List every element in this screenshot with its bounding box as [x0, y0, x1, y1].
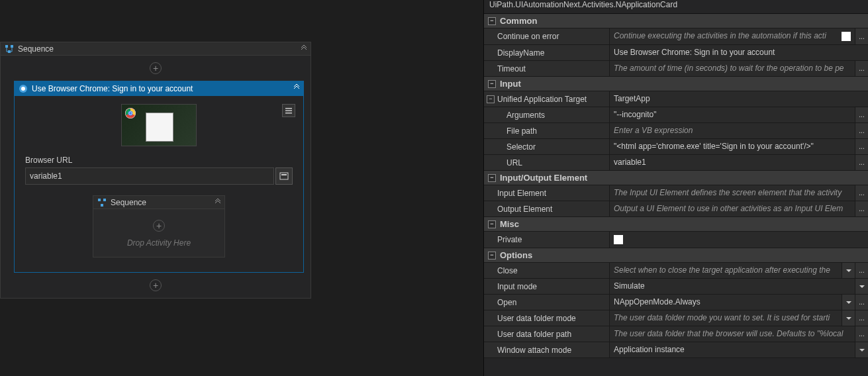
- collapse-icon[interactable]: [300, 44, 308, 54]
- svg-rect-11: [285, 111, 292, 112]
- property-value-cell[interactable]: variable1...: [610, 155, 868, 170]
- property-value-cell[interactable]: Output a UI Element to use in other acti…: [610, 201, 868, 216]
- category-toggle[interactable]: −: [488, 80, 496, 88]
- property-value-cell[interactable]: The user data folder that the browser wi…: [610, 326, 868, 342]
- property-value[interactable]: The amount of time (in seconds) to wait …: [610, 61, 855, 76]
- property-category[interactable]: −Misc: [484, 217, 868, 232]
- property-value[interactable]: "<html app='chrome.exe' title='Sign in t…: [610, 139, 855, 154]
- property-label: DisplayName: [484, 45, 610, 60]
- expression-editor-button[interactable]: [275, 167, 293, 185]
- property-value-cell[interactable]: Continue executing the activities in the…: [610, 28, 868, 44]
- browser-url-input[interactable]: [25, 167, 274, 185]
- property-value-cell[interactable]: "<html app='chrome.exe' title='Sign in t…: [610, 139, 868, 154]
- more-button[interactable]: ...: [855, 326, 868, 342]
- property-row: File pathEnter a VB expression...: [484, 123, 868, 139]
- property-value[interactable]: Continue executing the activities in the…: [610, 28, 838, 44]
- activity-body: Browser URL Sequence: [15, 96, 303, 272]
- property-label: Continue on error: [484, 28, 610, 44]
- sequence-icon: [97, 198, 107, 207]
- property-value-cell[interactable]: TargetApp: [610, 91, 868, 107]
- property-value-cell[interactable]: The user data folder mode you want to se…: [610, 310, 868, 326]
- more-button[interactable]: ...: [855, 310, 868, 326]
- sequence-title: Sequence: [18, 44, 54, 54]
- property-value[interactable]: The user data folder mode you want to se…: [610, 310, 842, 326]
- property-value-cell[interactable]: Select when to close the target applicat…: [610, 263, 868, 278]
- property-category[interactable]: −Input: [484, 77, 868, 91]
- category-toggle[interactable]: −: [488, 17, 496, 25]
- property-value-cell[interactable]: Use Browser Chrome: Sign in to your acco…: [610, 45, 868, 60]
- property-value-cell[interactable]: "--incognito"...: [610, 107, 868, 122]
- sequence-header[interactable]: Sequence: [1, 42, 311, 56]
- category-label: Common: [500, 16, 537, 26]
- property-value[interactable]: The user data folder that the browser wi…: [610, 326, 855, 342]
- property-label: URL: [484, 155, 610, 170]
- inner-sequence-title: Sequence: [111, 198, 146, 207]
- more-button[interactable]: ...: [855, 185, 868, 201]
- inner-sequence[interactable]: Sequence + Drop Activity Here: [93, 195, 225, 258]
- activity-header[interactable]: Use Browser Chrome: Sign in to your acco…: [15, 81, 303, 96]
- use-browser-activity[interactable]: Use Browser Chrome: Sign in to your acco…: [14, 81, 304, 273]
- property-value[interactable]: TargetApp: [610, 91, 868, 107]
- svg-rect-15: [98, 199, 101, 201]
- property-value[interactable]: variable1: [610, 155, 855, 170]
- svg-rect-0: [5, 45, 8, 48]
- property-value[interactable]: Use Browser Chrome: Sign in to your acco…: [610, 45, 868, 60]
- category-toggle[interactable]: −: [488, 174, 496, 182]
- drop-activity-hint: Drop Activity Here: [93, 238, 224, 248]
- outer-sequence[interactable]: Sequence + Use Browser Chrome: Sign in t…: [0, 42, 311, 299]
- property-value-cell[interactable]: NAppOpenMode.Always...: [610, 295, 868, 310]
- more-button[interactable]: ...: [855, 28, 868, 44]
- more-button[interactable]: ...: [855, 263, 868, 278]
- sequence-icon: [5, 44, 14, 54]
- property-value[interactable]: Output a UI Element to use in other acti…: [610, 201, 855, 216]
- property-value-cell[interactable]: Application instance: [610, 342, 868, 357]
- property-row: User data folder pathThe user data folde…: [484, 326, 868, 342]
- target-screenshot-thumbnail[interactable]: [121, 104, 197, 146]
- property-value[interactable]: Simulate: [610, 279, 855, 294]
- property-value-cell[interactable]: Enter a VB expression...: [610, 123, 868, 138]
- property-category[interactable]: −Input/Output Element: [484, 171, 868, 185]
- property-value[interactable]: "--incognito": [610, 107, 855, 122]
- category-toggle[interactable]: −: [488, 220, 496, 228]
- more-button[interactable]: ...: [855, 123, 868, 138]
- options-menu-button[interactable]: [282, 104, 295, 117]
- property-value[interactable]: Enter a VB expression: [610, 123, 855, 138]
- dropdown-button[interactable]: [842, 310, 855, 326]
- property-value-cell[interactable]: [610, 232, 868, 248]
- property-value[interactable]: NAppOpenMode.Always: [610, 295, 842, 310]
- collapse-icon[interactable]: [293, 83, 301, 93]
- dropdown-button[interactable]: [855, 342, 868, 357]
- svg-rect-17: [101, 204, 103, 207]
- add-activity-inner-button[interactable]: +: [153, 220, 165, 232]
- expand-toggle[interactable]: −: [487, 95, 495, 103]
- collapse-icon[interactable]: [214, 198, 222, 208]
- property-value-cell[interactable]: The amount of time (in seconds) to wait …: [610, 61, 868, 76]
- more-button[interactable]: ...: [855, 201, 868, 216]
- category-toggle[interactable]: −: [488, 252, 496, 259]
- more-button[interactable]: ...: [855, 61, 868, 76]
- more-button[interactable]: ...: [855, 295, 868, 310]
- svg-rect-16: [103, 199, 106, 201]
- more-button[interactable]: ...: [855, 139, 868, 154]
- dropdown-button[interactable]: [842, 263, 855, 278]
- property-category[interactable]: −Common: [484, 14, 868, 28]
- inner-sequence-header[interactable]: Sequence: [93, 196, 224, 209]
- checkbox[interactable]: [614, 235, 623, 244]
- workflow-designer: Sequence + Use Browser Chrome: Sign in t…: [0, 0, 483, 376]
- more-button[interactable]: ...: [855, 155, 868, 170]
- dropdown-button[interactable]: [855, 279, 868, 294]
- property-value-cell[interactable]: The Input UI Element defines the screen …: [610, 185, 868, 201]
- dropdown-button[interactable]: [842, 295, 855, 310]
- property-value[interactable]: The Input UI Element defines the screen …: [610, 185, 855, 201]
- chrome-icon: [124, 107, 136, 119]
- add-activity-top-button[interactable]: +: [150, 62, 162, 74]
- more-button[interactable]: ...: [855, 107, 868, 122]
- property-category[interactable]: −Options: [484, 248, 868, 263]
- property-value-cell[interactable]: Simulate: [610, 279, 868, 294]
- property-value[interactable]: Application instance: [610, 342, 855, 357]
- property-value[interactable]: Select when to close the target applicat…: [610, 263, 842, 278]
- checkbox[interactable]: [842, 32, 851, 41]
- property-label: User data folder mode: [484, 310, 610, 326]
- property-row: User data folder modeThe user data folde…: [484, 310, 868, 326]
- add-activity-bottom-button[interactable]: +: [150, 279, 162, 291]
